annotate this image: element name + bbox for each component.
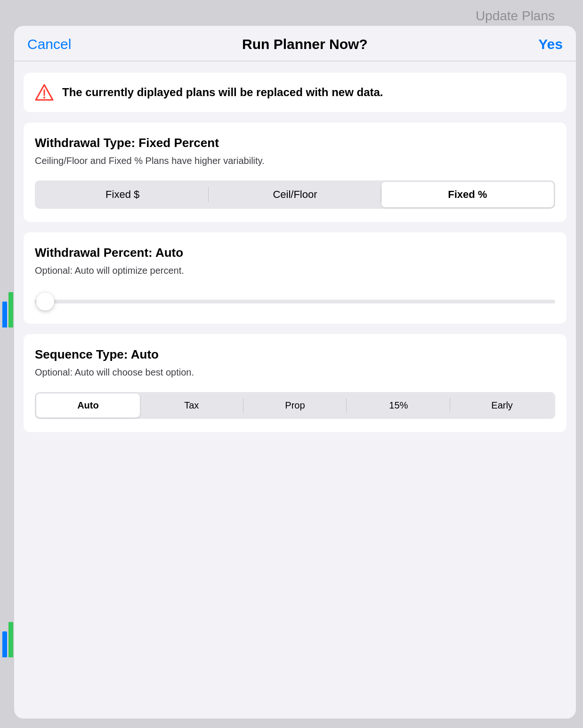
slider-track: [35, 300, 555, 303]
withdrawal-percent-subtitle: Optional: Auto will optimize percent.: [35, 264, 555, 277]
cancel-button[interactable]: Cancel: [27, 36, 71, 52]
withdrawal-type-card: Withdrawal Type: Fixed Percent Ceiling/F…: [24, 123, 567, 222]
bar-blue-2: [2, 631, 7, 657]
withdrawal-percent-card: Withdrawal Percent: Auto Optional: Auto …: [24, 232, 567, 324]
sequence-type-selector: Auto Tax Prop 15% Early: [35, 392, 555, 419]
withdrawal-percent-title: Withdrawal Percent: Auto: [35, 245, 555, 260]
svg-point-2: [43, 97, 45, 98]
bar-green-1: [8, 292, 13, 327]
modal-body: The currently diplayed plans will be rep…: [14, 61, 576, 719]
withdrawal-type-subtitle: Ceiling/Floor and Fixed % Plans have hig…: [35, 154, 555, 167]
sequence-type-title: Sequence Type: Auto: [35, 347, 555, 362]
modal-dialog: Cancel Run Planner Now? Yes The currentl…: [14, 26, 576, 719]
slider-thumb[interactable]: [36, 293, 54, 311]
warning-text: The currently diplayed plans will be rep…: [62, 85, 383, 99]
yes-button[interactable]: Yes: [538, 36, 563, 52]
warning-icon: [35, 83, 54, 102]
segment-prop[interactable]: Prop: [243, 393, 347, 417]
segment-fixed-percent[interactable]: Fixed %: [381, 182, 554, 207]
withdrawal-type-title: Withdrawal Type: Fixed Percent: [35, 136, 555, 150]
withdrawal-percent-slider-container: [35, 290, 555, 311]
warning-card: The currently diplayed plans will be rep…: [24, 73, 567, 112]
segment-15pct[interactable]: 15%: [347, 393, 450, 417]
update-plans-bg-text: Update Plans: [476, 8, 555, 24]
segment-ceil-floor[interactable]: Ceil/Floor: [209, 182, 381, 207]
bar-green-2: [8, 622, 13, 657]
segment-early[interactable]: Early: [450, 393, 554, 417]
segment-fixed-dollar[interactable]: Fixed $: [36, 182, 209, 207]
modal-title: Run Planner Now?: [242, 36, 368, 52]
sequence-type-subtitle: Optional: Auto will choose best option.: [35, 366, 555, 379]
bar-blue-1: [2, 302, 7, 327]
withdrawal-type-selector: Fixed $ Ceil/Floor Fixed %: [35, 180, 555, 209]
sequence-type-card: Sequence Type: Auto Optional: Auto will …: [24, 334, 567, 432]
modal-header: Cancel Run Planner Now? Yes: [14, 26, 576, 61]
segment-tax[interactable]: Tax: [140, 393, 243, 417]
segment-auto[interactable]: Auto: [36, 393, 140, 417]
